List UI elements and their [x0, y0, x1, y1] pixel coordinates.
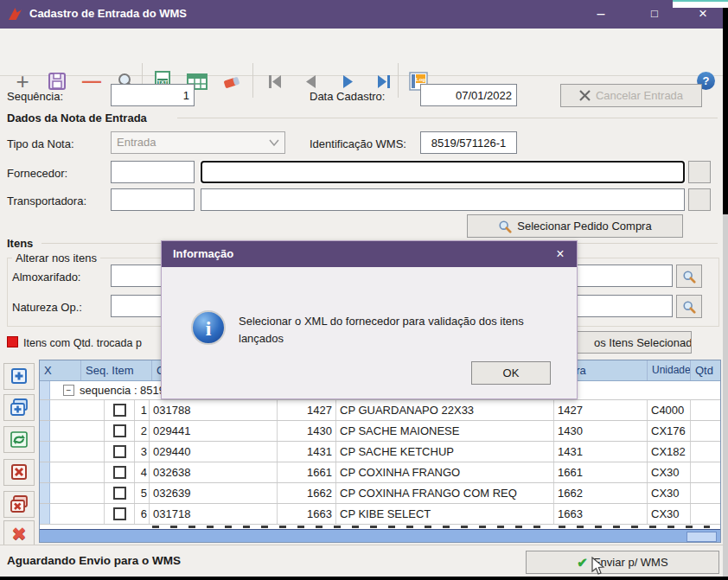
- data-cadastro-input[interactable]: [420, 84, 517, 106]
- tipo-nota-label: Tipo da Nota:: [7, 137, 74, 150]
- transportadora-label: Transportadora:: [7, 194, 86, 207]
- row-indent: [50, 400, 105, 420]
- cell-unidade: C4000: [648, 400, 691, 420]
- natureza-op-lookup-button[interactable]: [676, 295, 702, 318]
- add-multiple-items-button[interactable]: [3, 394, 35, 421]
- row-indent: [50, 504, 105, 524]
- titlebar[interactable]: Cadastro de Entrada do WMS – □ ×: [0, 0, 723, 29]
- table-row[interactable]: 1 031788 1427 CP GUARDANAPO 22X33 1427 C…: [40, 400, 720, 421]
- row-checkbox[interactable]: [113, 487, 126, 500]
- last-record-icon: [376, 74, 392, 89]
- cell-barra: 1430: [554, 421, 648, 441]
- identificacao-wms-input[interactable]: [420, 131, 517, 154]
- table-row[interactable]: 3 029440 1431 CP SACHE KETCHUP 1431 CX18…: [40, 442, 720, 462]
- selecionar-pedido-compra-button[interactable]: Selecionar Pedido Compra: [467, 214, 683, 238]
- row-indent: [50, 421, 105, 441]
- table-row[interactable]: 2 029441 1430 CP SACHE MAIONESE 1430 CX1…: [40, 421, 720, 442]
- cell-descricao: CP GUARDANAPO 22X33: [336, 400, 554, 420]
- nav-first-button[interactable]: [261, 67, 289, 95]
- row-checkbox[interactable]: [113, 507, 126, 520]
- fornecedor-label: Fornecedor:: [7, 167, 67, 180]
- delete-multiple-items-button[interactable]: [3, 491, 35, 518]
- delete-item-button[interactable]: [3, 459, 35, 486]
- transportadora-nome-input[interactable]: [201, 188, 685, 211]
- row-checkbox-cell[interactable]: [105, 462, 135, 482]
- row-checkbox[interactable]: [113, 404, 126, 417]
- minimize-button[interactable]: –: [586, 0, 616, 29]
- cell-barra: 1427: [554, 400, 648, 420]
- dialog-ok-button[interactable]: OK: [471, 361, 551, 385]
- table-row[interactable]: 6 031718 1663 CP KIBE SELECT 1663 CX30: [40, 504, 720, 525]
- row-checkbox-cell[interactable]: [105, 442, 135, 462]
- row-indicator: [40, 400, 50, 420]
- row-indent: [50, 442, 105, 462]
- cell-descricao: CP COXINHA FRANGO COM REQ: [336, 483, 554, 503]
- dialog-close-button[interactable]: ×: [549, 243, 572, 265]
- natureza-op-label: Natureza Op.:: [12, 301, 82, 314]
- row-indent: [50, 462, 105, 482]
- table-row[interactable]: 4 032638 1661 CP COXINHA FRANGO 1661 CX3…: [40, 462, 720, 483]
- first-record-icon: [267, 74, 283, 89]
- window-title: Cadastro de Entrada do WMS: [29, 7, 187, 20]
- cell-codigo: 031788: [150, 400, 278, 420]
- cell-qtd: [691, 442, 720, 462]
- scrollbar-thumb[interactable]: [686, 532, 717, 542]
- cell-seq: 6: [135, 504, 150, 524]
- fornecedor-nome-input[interactable]: [201, 161, 685, 183]
- fornecedor-lookup-button[interactable]: [688, 161, 711, 183]
- row-checkbox-cell[interactable]: [105, 483, 135, 503]
- row-indent: [50, 483, 105, 503]
- sequencia-input[interactable]: [111, 84, 195, 106]
- header-x[interactable]: X: [40, 360, 81, 380]
- cell-barra: 1662: [554, 483, 648, 503]
- cell-codigo: 032639: [150, 483, 278, 503]
- fornecedor-codigo-input[interactable]: [111, 161, 195, 183]
- refresh-items-button[interactable]: [3, 426, 35, 453]
- header-seq-item[interactable]: Seq. Item: [81, 360, 152, 380]
- tipo-nota-combobox[interactable]: Entrada: [111, 131, 285, 154]
- add-item-button[interactable]: [3, 363, 35, 390]
- row-checkbox[interactable]: [113, 466, 126, 479]
- cancel-all-button[interactable]: ✖: [3, 520, 35, 547]
- alterar-nos-itens-caption: Alterar nos itens: [12, 252, 100, 265]
- refresh-icon: [10, 430, 29, 449]
- row-checkbox-cell[interactable]: [105, 400, 135, 420]
- transportadora-lookup-button[interactable]: [688, 188, 711, 211]
- save-icon: [48, 72, 67, 91]
- cell-num: 1663: [278, 504, 336, 524]
- clear-button[interactable]: [218, 67, 246, 95]
- cell-codigo: 029441: [150, 421, 278, 441]
- maximize-button[interactable]: □: [640, 0, 669, 29]
- header-unidade[interactable]: Unidade: [648, 360, 691, 380]
- row-checkbox[interactable]: [113, 424, 126, 437]
- cell-codigo: 029440: [150, 442, 278, 462]
- add-item-icon: [10, 367, 29, 386]
- row-checkbox-cell[interactable]: [105, 504, 135, 524]
- toolbar-separator: [398, 63, 399, 98]
- row-checkbox[interactable]: [113, 445, 126, 458]
- delete-record-button[interactable]: —: [78, 67, 105, 95]
- app-logo-icon: [8, 7, 22, 22]
- dialog-titlebar[interactable]: Informação ×: [162, 241, 577, 267]
- search-icon: [498, 220, 512, 233]
- cancel-x-icon: ✖: [11, 525, 27, 543]
- almoxarifado-lookup-button[interactable]: [676, 265, 702, 288]
- enviar-wms-button[interactable]: ✔ Enviar p/ WMS: [526, 551, 719, 574]
- cell-unidade: CX30: [648, 483, 691, 503]
- horizontal-scrollbar[interactable]: [40, 529, 720, 543]
- delete-item-icon: [10, 463, 29, 481]
- row-checkbox-cell[interactable]: [105, 421, 135, 441]
- clipped-text: [559, 526, 710, 528]
- search-icon: [682, 300, 696, 314]
- dialog-title: Informação: [173, 247, 233, 260]
- sequencia-label: Sequência:: [7, 90, 63, 103]
- cell-barra: 1431: [554, 442, 648, 462]
- collapse-button[interactable]: −: [63, 385, 74, 396]
- toolbar-separator: [252, 63, 253, 98]
- row-indicator: [40, 483, 50, 503]
- cell-qtd: [691, 400, 720, 420]
- transportadora-codigo-input[interactable]: [111, 188, 195, 211]
- header-qtd[interactable]: Qtd: [691, 360, 720, 380]
- mouse-cursor: [591, 557, 605, 576]
- table-row[interactable]: 5 032639 1662 CP COXINHA FRANGO COM REQ …: [40, 483, 720, 504]
